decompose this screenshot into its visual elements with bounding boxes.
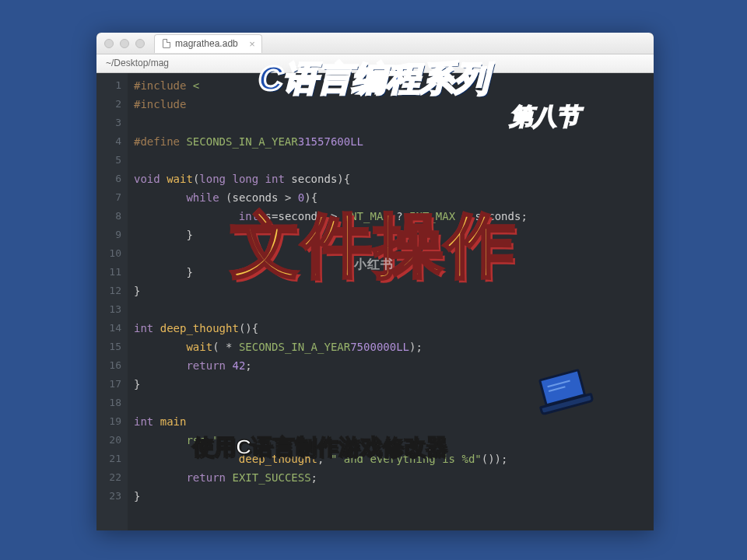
tab-title: magrathea.adb bbox=[175, 38, 238, 49]
browser-tab[interactable]: magrathea.adb × bbox=[154, 34, 262, 53]
path-text: ~/Desktop/mag bbox=[106, 58, 169, 68]
window-controls bbox=[104, 39, 145, 48]
subtitle-overlay: 使用C语言制作游戏修改器 bbox=[192, 432, 447, 462]
minimize-dot[interactable] bbox=[120, 39, 129, 48]
line-gutter: 1234567891011121314151617181920212223 bbox=[96, 73, 128, 530]
series-title-overlay: C语言编程系列 bbox=[258, 56, 489, 102]
maximize-dot[interactable] bbox=[135, 39, 145, 48]
watermark-text: 小红书 bbox=[354, 257, 394, 273]
file-icon bbox=[163, 39, 170, 48]
window-titlebar: magrathea.adb × bbox=[96, 33, 654, 54]
close-icon[interactable]: × bbox=[249, 38, 255, 50]
main-title-overlay: 文件操作 bbox=[230, 198, 517, 293]
episode-overlay: 第八节 bbox=[510, 101, 580, 133]
close-dot[interactable] bbox=[104, 39, 114, 48]
